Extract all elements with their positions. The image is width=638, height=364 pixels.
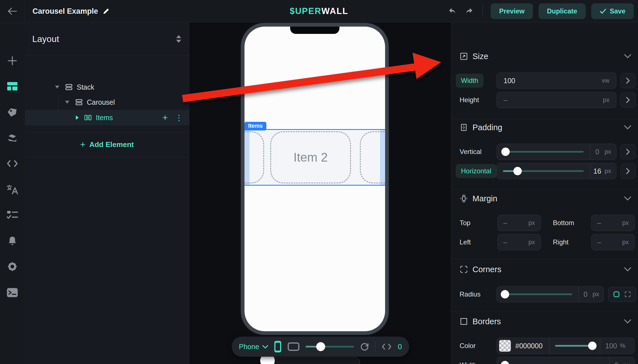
expander-down-icon[interactable]: [63, 100, 71, 104]
add-item-icon[interactable]: +: [162, 113, 168, 122]
localization-tool-button[interactable]: [0, 181, 25, 199]
undo-button[interactable]: [447, 6, 458, 17]
padding-vertical-control[interactable]: 0 px: [497, 144, 616, 160]
theme-tool-button[interactable]: [0, 129, 25, 147]
height-label[interactable]: Height: [460, 96, 479, 104]
margin-bottom-input[interactable]: – px: [591, 215, 635, 231]
margin-left-input[interactable]: – px: [497, 234, 541, 250]
height-expand-button[interactable]: [620, 92, 635, 108]
padding-vertical-row: Vertical 0 px: [451, 144, 638, 160]
padding-horizontal-slider[interactable]: [503, 170, 584, 172]
radius-slider[interactable]: [503, 293, 572, 295]
radius-label[interactable]: Radius: [460, 290, 481, 298]
padding-vertical-slider[interactable]: [503, 151, 584, 153]
code-tool-button[interactable]: [0, 155, 25, 172]
portrait-device-icon[interactable]: [274, 340, 281, 353]
settings-tool-button[interactable]: [0, 258, 25, 276]
slider-thumb[interactable]: [513, 167, 522, 175]
padding-horizontal-label[interactable]: Horizontal: [456, 164, 497, 178]
expander-right-icon[interactable]: [73, 115, 82, 120]
carousel-items-icon: [84, 114, 92, 121]
size-section-header[interactable]: Size: [451, 50, 638, 62]
border-width-control[interactable]: 0 px: [497, 357, 635, 364]
uniform-radius-icon[interactable]: [613, 291, 620, 298]
chevron-right-icon: [626, 77, 630, 84]
preview-label: Preview: [499, 7, 525, 15]
duplicate-button[interactable]: Duplicate: [539, 3, 586, 19]
borders-section-header[interactable]: Borders: [451, 315, 638, 328]
padding-vertical-expand-button[interactable]: [620, 144, 635, 159]
canvas[interactable]: Items Item 2 Phone 0: [190, 22, 451, 364]
add-element-button[interactable]: + Add Element: [25, 132, 189, 157]
border-color-label[interactable]: Color: [460, 342, 476, 350]
chevron-down-icon: [262, 345, 268, 349]
device-selector[interactable]: Phone: [239, 343, 268, 351]
corners-section-header[interactable]: Corners: [451, 263, 638, 276]
padding-horizontal-control[interactable]: 16 px: [497, 163, 616, 179]
width-expand-button[interactable]: [620, 73, 635, 88]
add-tool-button[interactable]: [0, 52, 25, 70]
margin-top-value: –: [503, 219, 507, 227]
border-color-hex[interactable]: #000000: [515, 342, 542, 350]
layout-panel-title: Layout: [32, 34, 59, 44]
chevron-down-icon: [624, 196, 631, 201]
margin-right-value: –: [597, 238, 601, 246]
chevron-right-icon: [626, 148, 630, 155]
section-title: Padding: [472, 123, 502, 132]
border-opacity-unit: %: [620, 342, 625, 349]
margin-top-input[interactable]: – px: [497, 215, 541, 231]
preview-button[interactable]: Preview: [491, 3, 533, 19]
color-swatch[interactable]: [499, 340, 511, 352]
bell-icon: [7, 236, 17, 246]
border-color-control[interactable]: #000000 100 %: [497, 338, 635, 354]
margin-right-input[interactable]: – px: [591, 234, 635, 250]
notifications-tool-button[interactable]: [0, 232, 25, 250]
chevron-right-icon: [626, 168, 630, 174]
slider-thumb[interactable]: [501, 290, 509, 298]
margin-section-header[interactable]: Margin: [451, 192, 638, 205]
back-button[interactable]: [6, 6, 19, 17]
phone-notch: [290, 27, 339, 34]
radius-control[interactable]: 0 px: [497, 286, 604, 302]
redo-button[interactable]: [464, 6, 475, 17]
phone-screen[interactable]: Items Item 2: [245, 27, 385, 331]
width-label[interactable]: Width: [456, 74, 483, 88]
console-tool-button[interactable]: [0, 284, 25, 302]
tree-item-items[interactable]: Items + ⋮: [25, 110, 189, 125]
section-title: Size: [472, 52, 488, 61]
carousel-item-current[interactable]: Item 2: [270, 131, 351, 183]
logo-accent: $UPER: [290, 6, 321, 16]
checklist-tool-button[interactable]: [0, 206, 25, 224]
edit-pencil-icon[interactable]: [103, 8, 110, 15]
individual-corners-icon[interactable]: [624, 291, 631, 298]
width-input[interactable]: 100 vw: [497, 73, 616, 89]
carousel-item-previous: [245, 131, 264, 183]
code-view-icon[interactable]: [381, 343, 392, 350]
carousel-items-selection[interactable]: Item 2: [245, 129, 385, 186]
slider-thumb[interactable]: [501, 361, 509, 364]
tag-tool-button[interactable]: [0, 103, 25, 121]
panel-divider: [25, 157, 189, 157]
padding-horizontal-expand-button[interactable]: [620, 164, 635, 179]
slider-thumb[interactable]: [588, 342, 597, 350]
refresh-icon[interactable]: [360, 342, 369, 351]
chevron-down-icon: [624, 54, 631, 59]
zoom-slider-thumb[interactable]: [316, 342, 325, 351]
padding-vertical-label[interactable]: Vertical: [460, 148, 482, 156]
save-button[interactable]: Save: [591, 3, 634, 19]
landscape-device-icon[interactable]: [288, 342, 299, 351]
zoom-slider[interactable]: [306, 346, 354, 347]
border-width-label[interactable]: Width: [460, 361, 477, 364]
layout-tool-button[interactable]: [0, 77, 25, 95]
tree-item-carousel[interactable]: Carousel: [25, 95, 189, 110]
expander-down-icon[interactable]: [53, 85, 61, 89]
height-input[interactable]: – px: [497, 92, 616, 108]
plus-icon: [7, 55, 18, 66]
padding-section-header[interactable]: Padding: [451, 121, 638, 134]
slider-thumb[interactable]: [501, 148, 510, 156]
tree-item-stack[interactable]: Stack: [25, 80, 189, 95]
more-options-icon[interactable]: ⋮: [175, 113, 183, 122]
sort-panels-icon[interactable]: [176, 35, 182, 43]
chevron-down-icon: [624, 267, 631, 272]
border-opacity-slider[interactable]: [555, 345, 594, 347]
